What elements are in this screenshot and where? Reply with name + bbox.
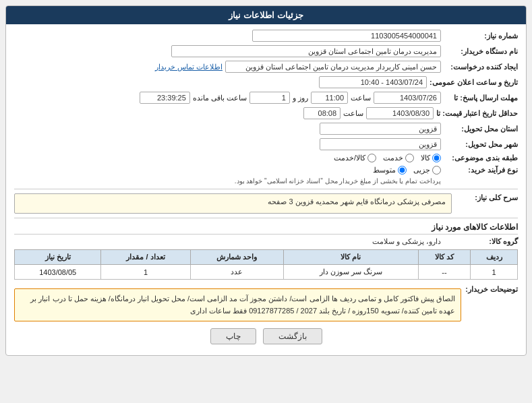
page-title: جزئیات اطلاعات نیاز (6, 6, 526, 24)
need-number-label: شماره نیاز: (444, 32, 518, 40)
price-deadline-label: حداقل تاریخ اعتبار قیمت: تا (436, 109, 518, 118)
purchase-type-medium[interactable]: متوسط (373, 166, 407, 175)
buyer-notes-box: الصاق پیش فاکتور کامل و تمامی ردیف ها ال… (14, 288, 461, 321)
goods-table: ردیف کد کالا نام کالا واحد شمارش تعداد /… (14, 249, 518, 280)
col-code: کد کالا (418, 250, 470, 265)
price-date-input[interactable] (366, 107, 434, 119)
table-row: 1 -- سرنگ سر سوزن دار عدد 1 1403/08/05 (15, 265, 518, 280)
answer-time-label: ساعت (351, 94, 371, 102)
goods-group-label: گروه کالا: (444, 237, 518, 246)
divider-1 (14, 189, 518, 189)
price-time-input[interactable] (303, 107, 341, 119)
cell-name: سرنگ سر سوزن دار (283, 265, 418, 280)
creator-label: ایجاد کننده درخواست: (444, 63, 518, 71)
cell-row: 1 (471, 265, 518, 280)
answer-remaining-label: ساعت باقی مانده (193, 94, 247, 102)
buyer-org-label: نام دستگاه خریدار: (444, 47, 518, 56)
col-date: تاریخ نیاز (15, 250, 101, 265)
category-radio-group: کالا خدمت کالا/خدمت (334, 154, 441, 162)
category-radio-service[interactable]: خدمت (383, 154, 414, 162)
answer-deadline-label: مهلت ارسال پاسخ: تا (444, 94, 518, 102)
buyer-notes-label: توضیحات خریدار: (464, 285, 518, 294)
print-button[interactable]: چاپ (210, 328, 256, 344)
purchase-type-label: نوع فرآیند خرید: (444, 166, 518, 175)
city-label: شهر محل تحویل: (444, 140, 518, 149)
cell-qty: 1 (101, 265, 190, 280)
category-radio-goods[interactable]: کالا (421, 154, 441, 162)
need-number-input[interactable] (252, 30, 441, 42)
col-qty: تعداد / مقدار (101, 250, 190, 265)
purchase-note: پرداخت تمام یا بخشی از مبلغ خریدار محل "… (235, 177, 441, 185)
answer-days-input[interactable] (249, 92, 290, 104)
answer-time-input[interactable] (311, 92, 348, 104)
goods-section-title: اطلاعات کالاهای مورد نیاز (14, 222, 518, 235)
need-desc-box: مصرفی پزشکی درمانگاه قایم شهر محمدیه قزو… (14, 193, 452, 214)
city-input[interactable] (320, 138, 441, 150)
category-radio-both[interactable]: کالا/خدمت (334, 154, 376, 162)
cell-unit: عدد (190, 265, 283, 280)
button-row: بازگشت چاپ (14, 328, 518, 350)
divider-2 (14, 218, 518, 218)
answer-date-input[interactable] (374, 92, 441, 104)
datetime-input[interactable] (319, 76, 427, 88)
creator-contact-link[interactable]: اطلاعات تماس خریدار (155, 63, 223, 71)
category-label: طبقه بندی موضوعی: (444, 154, 518, 162)
need-desc-label: سرح کلی نیاز: (457, 193, 518, 202)
col-unit: واحد شمارش (190, 250, 283, 265)
goods-group-value: دارو، پزشکی و سلامت (372, 237, 441, 246)
purchase-type-partial[interactable]: جزیی (413, 166, 441, 175)
purchase-type-radio-group: جزیی متوسط (235, 166, 441, 175)
datetime-label: تاریخ و ساعت اعلان عمومی: (430, 78, 518, 87)
back-button[interactable]: بازگشت (263, 328, 322, 344)
col-row: ردیف (471, 250, 518, 265)
cell-date: 1403/08/05 (15, 265, 101, 280)
province-input[interactable] (320, 123, 441, 135)
buyer-org-input[interactable] (171, 45, 441, 57)
price-time-label: ساعت (343, 109, 363, 118)
creator-input[interactable] (225, 61, 441, 73)
province-label: استان محل تحویل: (444, 125, 518, 133)
cell-code: -- (418, 265, 470, 280)
answer-days-label: روز و (293, 94, 308, 102)
col-name: نام کالا (283, 250, 418, 265)
answer-remaining-input[interactable] (140, 92, 190, 104)
